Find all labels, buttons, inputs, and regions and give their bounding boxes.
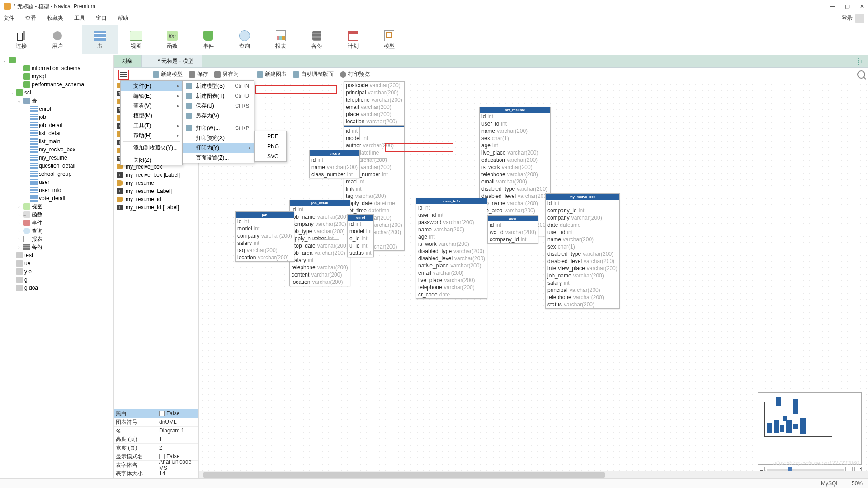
tree-item[interactable]: information_schema [0, 64, 113, 72]
object-list-item[interactable]: my_resume_id [114, 195, 198, 203]
main-menu-item[interactable]: 文件(F)▸ [121, 81, 182, 91]
ribbon-backup[interactable]: 备份 [299, 25, 335, 54]
tree-item[interactable]: my_recive_box [0, 145, 113, 154]
menu-tools[interactable]: 工具 [74, 14, 85, 22]
ribbon-connect[interactable]: 连接 [4, 25, 39, 54]
main-menu-item[interactable]: 模型(M) [121, 111, 182, 121]
file-menu-item[interactable]: 新建模型(S)Ctrl+N [183, 81, 254, 91]
tree-item[interactable]: y e [0, 267, 113, 276]
property-row[interactable]: 黑白False [114, 409, 198, 418]
file-menu-item[interactable]: 新建图表(T)Ctrl+D [183, 91, 254, 101]
tree-item[interactable]: ›视图 [0, 202, 113, 211]
ribbon-view[interactable]: 视图 [118, 25, 154, 54]
ribbon-report[interactable]: 报表 [263, 25, 298, 54]
tree-item[interactable]: question_detail [0, 162, 113, 170]
file-menu-item[interactable]: 页面设置(Z)... [183, 153, 254, 163]
file-menu-item[interactable]: 打印预览(X) [183, 133, 254, 143]
tree-item[interactable]: g doa [0, 284, 113, 292]
property-row[interactable]: 图表符号dnUML [114, 418, 198, 427]
tree-item[interactable]: ⌄ [0, 56, 113, 64]
main-menu-item[interactable]: 工具(T)▸ [121, 121, 182, 131]
minimize-button[interactable]: — [830, 3, 835, 9]
tree-item[interactable]: list_main [0, 137, 113, 145]
tree-item[interactable]: ›事件 [0, 219, 113, 227]
ribbon-user[interactable]: 用户 [40, 25, 75, 54]
file-menu-item[interactable]: 保存(U)Ctrl+S [183, 101, 254, 111]
entity-job[interactable]: jobidintmodelintcompanyvarchar(200)salar… [235, 211, 294, 262]
ribbon-function[interactable]: f(x)函数 [155, 25, 190, 54]
main-menu-item[interactable]: 关闭(Z) [121, 155, 182, 165]
entity-topfrag[interactable]: postcodevarchar(200)principalvarchar(200… [344, 81, 405, 126]
diagram-canvas[interactable]: T ◯ list_detailidintmodelintauthorvarcha… [199, 81, 868, 478]
menu-favorites[interactable]: 收藏夹 [47, 14, 63, 22]
tree-item[interactable]: user_info [0, 186, 113, 194]
entity-job_detail[interactable]: job_detailidintjob_namevarchar(200)compa… [289, 200, 350, 286]
minimap[interactable] [758, 392, 862, 465]
entity-user_info[interactable]: user_infoidintuser_idintpasswordvarchar(… [416, 198, 487, 299]
ribbon-event[interactable]: 事件 [191, 25, 226, 54]
print-preview-button[interactable]: 打印预览 [340, 70, 370, 78]
horizontal-scrollbar[interactable] [199, 471, 868, 478]
auto-layout-button[interactable]: 自动调整版面 [293, 70, 334, 78]
search-icon[interactable] [857, 70, 865, 79]
tree-item[interactable]: g [0, 276, 113, 284]
entity-my_recive_box[interactable]: my_recive_boxidintcompany_idintcompanyva… [545, 193, 620, 309]
tree-item[interactable]: user [0, 178, 113, 186]
object-list-item[interactable]: Tmy_resume_id [Label] [114, 203, 198, 211]
printas-menu-item[interactable]: SVG [255, 151, 286, 161]
tree-item[interactable]: ⌄表 [0, 97, 113, 105]
tree-item[interactable]: ⌄scl [0, 89, 113, 97]
close-button[interactable]: ✕ [860, 3, 864, 9]
main-menu-item[interactable]: 添加到收藏夹(Y)... [121, 143, 182, 153]
tree-item[interactable]: performance_schema [0, 80, 113, 89]
object-list-item[interactable]: Tmy_resume [Label] [114, 187, 198, 195]
ribbon-table[interactable]: 表 [82, 25, 118, 54]
property-row[interactable]: 宽度 (页)2 [114, 444, 198, 452]
property-row[interactable]: 高度 (页)1 [114, 435, 198, 444]
property-row[interactable]: 表字体大小14 [114, 469, 198, 478]
ribbon-query[interactable]: 查询 [227, 25, 262, 54]
entity-user[interactable]: useridintwx_idvarchar(200)company_idint [487, 215, 538, 244]
entity-group[interactable]: groupidintnamevarchar(200)class_numberin… [309, 150, 360, 178]
login-button[interactable]: 登录 [842, 14, 864, 23]
menu-file[interactable]: 文件 [4, 14, 14, 22]
tree-item[interactable]: enrol [0, 105, 113, 113]
ribbon-schedule[interactable]: 计划 [335, 25, 371, 54]
tree-item[interactable]: job [0, 113, 113, 121]
tree-item[interactable]: vote_detail [0, 194, 113, 202]
tree-item[interactable]: ue [0, 259, 113, 267]
hamburger-menu-button[interactable] [118, 70, 129, 80]
tab-objects[interactable]: 对象 [114, 55, 142, 67]
tree-item[interactable]: ›备份 [0, 243, 113, 251]
file-menu-item[interactable]: 另存为(V)... [183, 111, 254, 121]
new-model-button[interactable]: 新建模型 [153, 70, 183, 78]
add-tab-button[interactable]: + [858, 58, 865, 65]
saveas-button[interactable]: 另存为 [214, 70, 239, 78]
main-menu-item[interactable]: 编辑(E)▸ [121, 91, 182, 101]
tree-item[interactable]: my_resume [0, 154, 113, 162]
tree-item[interactable]: ›查询 [0, 227, 113, 235]
menu-view[interactable]: 查看 [25, 14, 36, 22]
printas-menu-item[interactable]: PNG [255, 141, 286, 151]
entity-enrol[interactable]: enrolidintmodelinte_idintu_idintstatusin… [347, 214, 374, 257]
tree-item[interactable]: job_detail [0, 121, 113, 129]
tree-item[interactable]: list_detail [0, 129, 113, 137]
menu-help[interactable]: 帮助 [118, 14, 128, 22]
new-diagram-button[interactable]: 新建图表 [257, 70, 287, 78]
file-menu-item[interactable]: 打印为(Y)▸ [183, 143, 254, 153]
tree-item[interactable]: ›报表 [0, 235, 113, 243]
save-button[interactable]: 保存 [189, 70, 208, 78]
ribbon-model[interactable]: 模型 [372, 25, 407, 54]
tree-item[interactable]: mysql [0, 72, 113, 80]
tree-item[interactable]: ›函数 [0, 211, 113, 219]
printas-menu-item[interactable]: PDF [255, 131, 286, 141]
object-list-item[interactable]: my_resume [114, 179, 198, 187]
main-menu-item[interactable]: 帮助(H)▸ [121, 131, 182, 141]
property-row[interactable]: 表字体名Arial Unicode MS [114, 461, 198, 469]
main-menu-item[interactable]: 查看(V)▸ [121, 101, 182, 111]
tree-item[interactable]: school_group [0, 170, 113, 178]
file-menu-item[interactable]: 打印(W)...Ctrl+P [183, 123, 254, 133]
tree-item[interactable]: test [0, 251, 113, 259]
object-list-item[interactable]: Tmy_recive_box [Label] [114, 171, 198, 179]
menu-window[interactable]: 窗口 [96, 14, 107, 22]
